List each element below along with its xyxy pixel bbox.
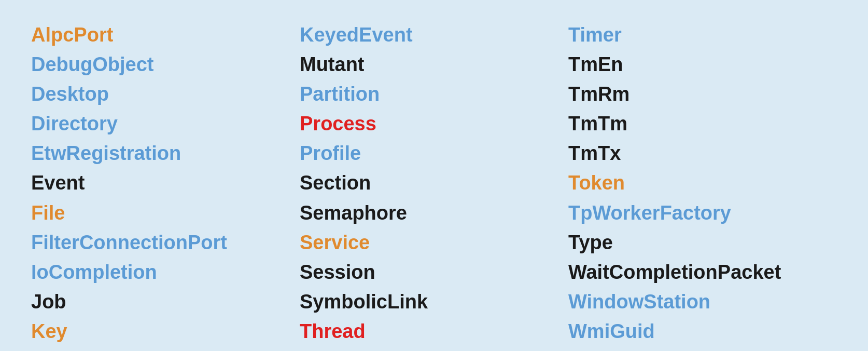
column-3: TimerTmEnTmRmTmTmTmTxTokenTpWorkerFactor… [568, 21, 837, 351]
item-iocompletion: IoCompletion [31, 258, 300, 287]
item-key: Key [31, 317, 300, 346]
item-desktop: Desktop [31, 80, 300, 109]
item-section: Section [300, 169, 568, 197]
item-keyedevent: KeyedEvent [300, 21, 568, 49]
item-partition: Partition [300, 80, 568, 109]
item-debugobject: DebugObject [31, 50, 300, 79]
item-event: Event [31, 169, 300, 197]
item-job: Job [31, 288, 300, 316]
item-timer: Timer [568, 21, 837, 49]
column-1: AlpcPortDebugObjectDesktopDirectoryEtwRe… [31, 21, 300, 351]
item-thread: Thread [300, 317, 568, 346]
item-windowstation: WindowStation [568, 288, 837, 316]
item-session: Session [300, 258, 568, 287]
item-filterconnectionport: FilterConnectionPort [31, 228, 300, 257]
main-container: AlpcPortDebugObjectDesktopDirectoryEtwRe… [0, 0, 868, 351]
item-tmrm: TmRm [568, 80, 837, 109]
item-process: Process [300, 110, 568, 138]
item-tmtx: TmTx [568, 139, 837, 168]
item-token: Token [568, 169, 837, 197]
item-symboliclink: SymbolicLink [300, 288, 568, 316]
item-tmen: TmEn [568, 50, 837, 79]
item-tpworkerfactory: TpWorkerFactory [568, 199, 837, 227]
item-service: Service [300, 228, 568, 257]
item-semaphore: Semaphore [300, 199, 568, 227]
item-alpcport: AlpcPort [31, 21, 300, 49]
item-mutant: Mutant [300, 50, 568, 79]
item-profile: Profile [300, 139, 568, 168]
item-file: File [31, 199, 300, 227]
column-2: KeyedEventMutantPartitionProcessProfileS… [300, 21, 568, 351]
item-wmiguid: WmiGuid [568, 317, 837, 346]
item-rdp-: Rdp… [568, 347, 837, 351]
item-type: Type [568, 228, 837, 257]
item-directory: Directory [31, 110, 300, 138]
item-etwregistration: EtwRegistration [31, 139, 300, 168]
item-tmtm: TmTm [568, 110, 837, 138]
item-waitcompletionpacket: WaitCompletionPacket [568, 258, 837, 287]
